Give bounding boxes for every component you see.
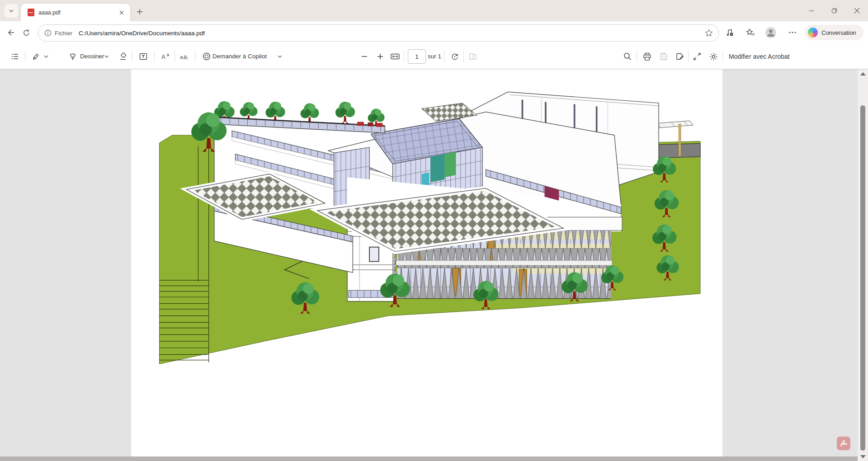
page-view-button-disabled	[468, 52, 478, 61]
table-of-contents-icon	[10, 52, 19, 61]
erase-button[interactable]	[118, 52, 128, 61]
tab-title: aaaa.pdf	[38, 9, 118, 16]
pdf-toolbar: Dessiner A aあ Demander à Copilot	[0, 44, 868, 69]
chevron-down-icon	[277, 53, 283, 60]
two-page-view-icon	[468, 52, 477, 61]
fullscreen-button[interactable]	[692, 52, 702, 61]
window-close-button[interactable]	[845, 0, 868, 21]
green-panel	[445, 152, 456, 177]
save-button-disabled	[659, 52, 669, 61]
text-box-icon	[139, 52, 148, 61]
copilot-icon	[202, 52, 211, 61]
info-icon	[44, 29, 52, 37]
media-control-button[interactable]	[724, 27, 736, 38]
add-text-button[interactable]	[138, 52, 148, 61]
vertical-scrollbar[interactable]	[858, 69, 868, 461]
address-toolbar: Fichier C:/Users/amira/OneDrive/Document…	[0, 21, 868, 44]
window	[369, 247, 379, 262]
window-controls	[800, 0, 868, 21]
svg-text:aあ: aあ	[180, 54, 188, 60]
translate-icon: aあ	[180, 52, 190, 61]
plus-icon	[376, 52, 384, 61]
save-icon	[659, 52, 668, 61]
tab-search-button[interactable]	[5, 4, 18, 18]
copilot-icon	[808, 28, 818, 38]
highlight-button[interactable]	[31, 52, 41, 61]
chevron-down-icon	[43, 53, 49, 60]
minus-icon	[360, 52, 368, 61]
pdf-page	[131, 69, 722, 456]
svg-text:A: A	[161, 53, 165, 60]
copilot-conversation-button[interactable]: Conversation	[805, 25, 863, 40]
print-button[interactable]	[642, 52, 652, 61]
tab-active[interactable]: PDF aaaa.pdf	[21, 4, 130, 21]
close-icon	[854, 8, 860, 14]
search-icon	[623, 52, 632, 61]
read-aloud-button[interactable]: A	[160, 52, 170, 61]
pdf-viewer	[0, 69, 868, 461]
eraser-icon	[118, 52, 127, 61]
scroll-up-arrow[interactable]	[860, 72, 866, 75]
highlighter-icon	[31, 52, 40, 61]
draw-dropdown[interactable]	[102, 52, 112, 61]
window-restore-button[interactable]	[823, 0, 845, 21]
url-text[interactable]: C:/Users/amira/OneDrive/Documents/aaaa.p…	[79, 30, 705, 37]
copilot-conversation-label: Conversation	[821, 29, 856, 36]
rotate-button[interactable]	[450, 52, 460, 61]
minimize-icon	[809, 8, 814, 14]
window-minimize-button[interactable]	[800, 0, 823, 21]
zoom-out-button[interactable]	[359, 52, 369, 61]
chevron-down-icon	[104, 53, 110, 60]
red-planter	[368, 122, 373, 127]
expand-icon	[693, 52, 702, 61]
refresh-button[interactable]	[21, 27, 32, 38]
acrobat-button[interactable]: Modifier avec Acrobat	[729, 53, 790, 60]
page-bottom-edge	[0, 456, 858, 461]
draw-button-label[interactable]: Dessiner	[80, 53, 104, 60]
toc-button[interactable]	[10, 52, 20, 61]
browser-window: PDF aaaa.pdf	[0, 0, 868, 461]
red-planter	[357, 122, 364, 126]
scroll-down-arrow[interactable]	[860, 455, 866, 458]
save-as-button[interactable]	[675, 52, 685, 61]
fit-width-button[interactable]	[390, 52, 400, 61]
gear-icon	[709, 52, 718, 61]
favorite-star-icon[interactable]	[705, 29, 713, 37]
copilot-menu-dropdown[interactable]	[275, 52, 285, 61]
teal-panel	[430, 154, 445, 183]
search-document-button[interactable]	[623, 52, 632, 61]
back-button[interactable]	[5, 27, 16, 38]
favorites-button[interactable]	[745, 27, 756, 38]
browser-menu-button[interactable]	[787, 27, 798, 38]
copilot-menu-label[interactable]: Demander à Copilot	[212, 53, 267, 60]
printer-icon	[642, 52, 652, 61]
page-number-input[interactable]	[408, 49, 426, 64]
new-tab-button[interactable]	[134, 6, 146, 18]
tab-close-icon[interactable]	[118, 9, 126, 17]
zoom-in-button[interactable]	[375, 52, 385, 61]
music-note-icon	[725, 28, 734, 37]
back-arrow-icon	[6, 28, 15, 37]
ellipsis-icon	[788, 28, 797, 37]
address-bar[interactable]: Fichier C:/Users/amira/OneDrive/Document…	[38, 24, 719, 42]
highlight-dropdown[interactable]	[41, 52, 51, 61]
settings-button[interactable]	[708, 52, 718, 61]
read-aloud-icon: A	[160, 52, 170, 61]
rotate-icon	[450, 52, 459, 61]
architectural-rendering	[131, 69, 722, 456]
profile-avatar[interactable]	[765, 27, 777, 38]
copilot-menu-button[interactable]	[202, 52, 212, 61]
tab-bar: PDF aaaa.pdf	[0, 0, 868, 21]
fit-width-icon	[390, 52, 400, 61]
chevron-down-icon	[8, 8, 14, 14]
pdf-file-icon: PDF	[27, 8, 35, 17]
draw-button[interactable]	[68, 52, 78, 61]
favorites-list-star-icon	[746, 28, 755, 38]
acrobat-floating-button[interactable]	[837, 437, 850, 450]
scrollbar-thumb[interactable]	[860, 105, 865, 451]
translate-button[interactable]: aあ	[180, 52, 190, 61]
svg-text:PDF: PDF	[28, 11, 33, 14]
page-count-label: sur 1	[428, 53, 441, 60]
save-as-icon	[675, 52, 685, 61]
acrobat-logo-icon	[839, 439, 848, 448]
